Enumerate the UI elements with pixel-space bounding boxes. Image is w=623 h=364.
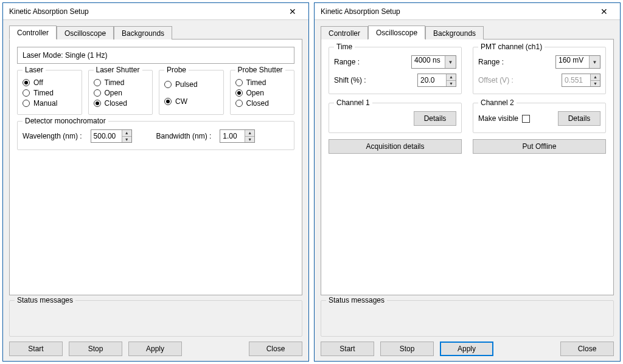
pmt-range-combo[interactable]: 160 mV ▼ — [555, 55, 600, 69]
group-probe-shutter-legend: Probe Shutter — [235, 66, 285, 74]
close-icon[interactable]: ✕ — [280, 4, 305, 19]
radio-ls-open[interactable]: Open — [94, 89, 148, 97]
radio-label: Pulsed — [175, 80, 198, 89]
time-range-combo[interactable]: 4000 ns ▼ — [411, 55, 456, 69]
tab-controller[interactable]: Controller — [321, 26, 368, 39]
offset-input — [562, 74, 590, 86]
group-time-legend: Time — [334, 43, 355, 51]
wavelength-label: Wavelength (nm) : — [23, 132, 82, 140]
radio-laser-timed[interactable]: Timed — [23, 89, 77, 97]
radio-icon — [23, 79, 30, 86]
radio-ps-timed[interactable]: Timed — [235, 78, 290, 87]
radio-label: Open — [246, 89, 264, 97]
tab-backgrounds[interactable]: Backgrounds — [425, 26, 484, 39]
close-button[interactable]: Close — [560, 342, 614, 356]
radio-probe-pulsed[interactable]: Pulsed — [164, 80, 218, 89]
tab-backgrounds[interactable]: Backgrounds — [114, 26, 172, 39]
group-detector-mono: Detector monochromator Wavelength (nm) :… — [17, 121, 294, 150]
group-channel2-legend: Channel 2 — [478, 98, 517, 107]
chevron-down-icon[interactable]: ▼ — [447, 81, 456, 87]
stop-button[interactable]: Stop — [69, 342, 122, 356]
combo-text: 160 mV — [556, 56, 589, 68]
window-oscilloscope: Kinetic Absorption Setup ✕ Controller Os… — [314, 2, 621, 362]
chevron-up-icon: ▲ — [591, 74, 600, 81]
radio-label: Closed — [105, 99, 127, 108]
spin-buttons: ▲▼ — [590, 74, 600, 86]
group-channel1: Channel 1 Details — [329, 103, 462, 133]
radio-label: Timed — [105, 78, 125, 87]
tab-oscilloscope[interactable]: Oscilloscope — [368, 26, 425, 39]
close-button[interactable]: Close — [249, 342, 302, 356]
radio-icon — [235, 79, 243, 86]
radio-probe-cw[interactable]: CW — [164, 97, 218, 106]
chevron-down-icon[interactable]: ▼ — [245, 137, 254, 143]
close-icon[interactable]: ✕ — [592, 4, 616, 19]
group-laser: Laser Off Timed Manual — [17, 70, 82, 115]
spin-buttons[interactable]: ▲▼ — [122, 130, 131, 142]
wavelength-input[interactable] — [91, 130, 122, 142]
window-controller: Kinetic Absorption Setup ✕ Controller Os… — [2, 2, 309, 362]
radio-icon — [94, 79, 101, 86]
tab-oscilloscope[interactable]: Oscilloscope — [57, 26, 114, 39]
apply-button[interactable]: Apply — [440, 342, 493, 356]
chevron-up-icon[interactable]: ▲ — [122, 130, 131, 137]
chevron-up-icon[interactable]: ▲ — [245, 130, 254, 137]
start-button[interactable]: Start — [9, 342, 63, 356]
group-probe-shutter: Probe Shutter Timed Open Closed — [230, 70, 295, 115]
spin-buttons[interactable]: ▲▼ — [446, 74, 456, 86]
radio-icon — [164, 81, 172, 88]
tabpage-controller: Laser Mode: Single (1 Hz) Laser Off Time… — [9, 39, 302, 295]
bottom-button-bar: Start Stop Apply Close — [321, 337, 614, 356]
wavelength-stepper[interactable]: ▲▼ — [91, 129, 132, 143]
radio-ls-timed[interactable]: Timed — [94, 78, 148, 87]
radio-label: Manual — [33, 99, 57, 108]
acquisition-details-button[interactable]: Acquisition details — [329, 139, 462, 154]
shift-label: Shift (%) : — [334, 76, 366, 84]
make-visible-checkbox[interactable] — [522, 115, 530, 123]
chevron-down-icon[interactable]: ▼ — [445, 56, 456, 68]
radio-icon — [235, 100, 243, 107]
radio-laser-off[interactable]: Off — [23, 78, 77, 87]
radio-ps-open[interactable]: Open — [235, 89, 290, 97]
tabpage-oscilloscope: Time Range : 4000 ns ▼ Shift (%) : ▲▼ — [321, 39, 614, 295]
radio-icon — [94, 89, 101, 97]
status-messages-group: Status messages — [321, 300, 614, 337]
combo-text: 4000 ns — [412, 56, 445, 68]
chevron-down-icon: ▼ — [591, 81, 600, 87]
radio-label: Closed — [246, 99, 269, 108]
radio-label: CW — [175, 97, 187, 106]
shift-stepper[interactable]: ▲▼ — [417, 74, 456, 87]
chevron-down-icon[interactable]: ▼ — [589, 56, 600, 68]
put-offline-button[interactable]: Put Offline — [473, 139, 606, 154]
offset-stepper: ▲▼ — [562, 74, 600, 87]
radio-icon — [23, 100, 30, 107]
tab-controller[interactable]: Controller — [9, 26, 57, 39]
radio-ps-closed[interactable]: Closed — [235, 99, 290, 108]
radio-ls-closed[interactable]: Closed — [94, 99, 148, 108]
offset-label: Offset (V) : — [478, 76, 513, 84]
start-button[interactable]: Start — [321, 342, 374, 356]
client-area: Controller Oscilloscope Backgrounds Time… — [315, 20, 620, 361]
shift-input[interactable] — [418, 74, 446, 86]
radio-laser-manual[interactable]: Manual — [23, 99, 77, 108]
chevron-up-icon[interactable]: ▲ — [447, 74, 456, 81]
ch2-details-button[interactable]: Details — [558, 111, 600, 126]
group-laser-shutter: Laser Shutter Timed Open Closed — [88, 70, 153, 115]
status-legend: Status messages — [15, 296, 75, 304]
stop-button[interactable]: Stop — [380, 342, 434, 356]
group-pmt-legend: PMT channel (ch1) — [478, 43, 545, 51]
chevron-down-icon[interactable]: ▼ — [122, 137, 131, 143]
group-time: Time Range : 4000 ns ▼ Shift (%) : ▲▼ — [329, 47, 462, 94]
group-probe: Probe Pulsed CW — [159, 70, 224, 115]
radio-icon — [23, 89, 30, 97]
ch1-details-button[interactable]: Details — [414, 111, 456, 126]
pmt-range-label: Range : — [478, 58, 504, 66]
bandwidth-input[interactable] — [220, 130, 245, 142]
titlebar: Kinetic Absorption Setup ✕ — [315, 3, 620, 20]
bandwidth-stepper[interactable]: ▲▼ — [220, 129, 255, 143]
status-legend: Status messages — [326, 296, 387, 304]
spin-buttons[interactable]: ▲▼ — [245, 130, 254, 142]
bottom-button-bar: Start Stop Apply Close — [9, 337, 302, 356]
group-probe-legend: Probe — [164, 66, 189, 74]
apply-button[interactable]: Apply — [128, 342, 182, 356]
